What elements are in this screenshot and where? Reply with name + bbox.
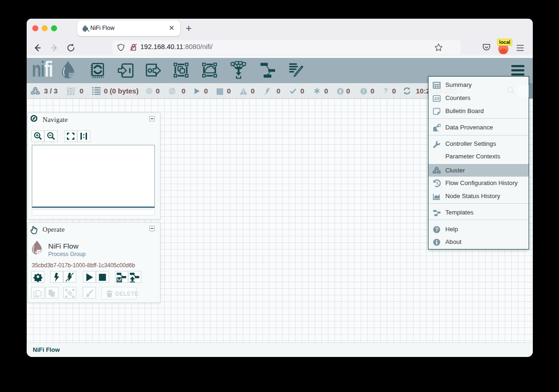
svg-text:?: ? [435, 227, 438, 232]
svg-text:23: 23 [434, 96, 439, 101]
